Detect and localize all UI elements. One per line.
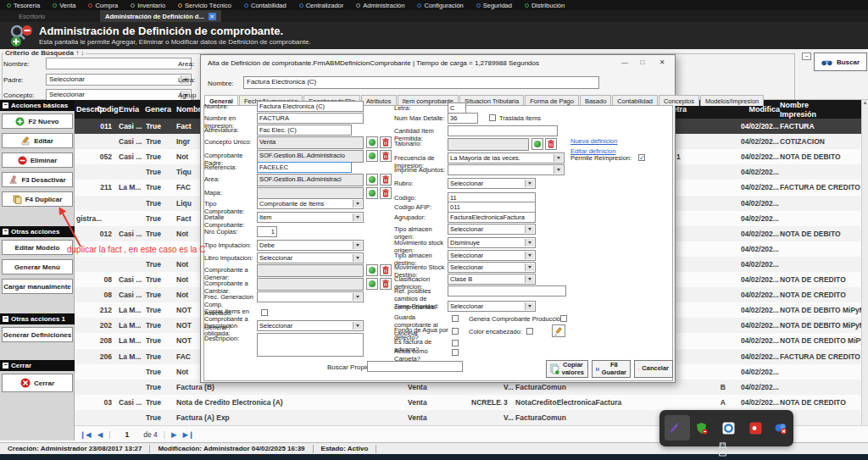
field-input-comprobante-a-cambiar[interactable]: [257, 278, 364, 291]
field-input-ref-posibles-cambios-de-comprobantes[interactable]: [448, 285, 566, 297]
field-select-clasificacion-definicion[interactable]: Clase B: [448, 274, 536, 285]
tab-escritorio[interactable]: Escritorio: [12, 10, 52, 22]
sidebar-button-generar-menu[interactable]: Generar Menú: [2, 259, 73, 274]
field-input-nro-copias[interactable]: 1: [257, 226, 277, 237]
field-select-tiene-prioridad[interactable]: Seleccionar: [448, 301, 536, 312]
menu-tesoreria[interactable]: Tesorería: [7, 2, 40, 9]
page-number[interactable]: 1: [116, 430, 137, 439]
collapse-icon[interactable]: −: [3, 103, 8, 108]
collapse-panel-button[interactable]: −: [802, 53, 811, 60]
prev-page-icon[interactable]: ◀: [97, 430, 103, 439]
close-icon[interactable]: ✕: [656, 58, 668, 68]
usb-plug-icon[interactable]: [716, 442, 729, 457]
delete-button-talonario[interactable]: [545, 138, 557, 150]
field-select-tipo-comprobante[interactable]: Comprobante de Items: [257, 198, 364, 209]
sidebar-button-generar-definiciones[interactable]: Generar Definiciones: [2, 327, 73, 342]
network-error-icon[interactable]: [773, 420, 788, 435]
field-input-area[interactable]: SOF.Gestion.BL.Administraci: [257, 174, 364, 186]
menu-configuracion[interactable]: Configuración: [417, 2, 463, 9]
field-select-movimiento-stock-destino[interactable]: Seleccionar: [448, 262, 536, 273]
maximize-icon[interactable]: □: [637, 58, 648, 68]
menu-contabilidad[interactable]: Contabilidad: [244, 2, 287, 9]
column-header-genera[interactable]: Genera: [145, 105, 171, 114]
dialog-tab-modelos-impresion[interactable]: Modelos/Impresion: [700, 95, 764, 106]
collapse-icon[interactable]: −: [3, 316, 8, 322]
color-picker-button[interactable]: [552, 324, 565, 337]
field-input-abreviatura[interactable]: Fac Elec. (C): [257, 125, 352, 136]
field-input-nombre[interactable]: Factura Electronica (C): [257, 101, 364, 112]
field-select-descripcion-obligada[interactable]: Seleccionar: [257, 320, 364, 331]
sidebar-button-cerrar[interactable]: Cerrar: [2, 374, 73, 392]
checkbox-copiar-items-en-comprobante-a-generar[interactable]: [261, 309, 268, 316]
tab-administracion-definicion[interactable]: Administración de Definición d... ✕: [100, 10, 221, 22]
feather-icon[interactable]: [666, 420, 682, 435]
add-button-concepto-unico[interactable]: [366, 136, 378, 148]
menu-servicio-tecnico[interactable]: Servicio Técnico: [178, 2, 231, 9]
field-select-frec-generacion-comp-asociado[interactable]: [257, 291, 364, 302]
tab-close-icon[interactable]: ✕: [209, 13, 216, 20]
collapse-icon[interactable]: −: [3, 229, 8, 235]
sidebar-button-editar-modelo[interactable]: Editar Modelo: [2, 240, 73, 255]
menu-seguridad[interactable]: Seguridad: [476, 2, 512, 9]
menu-distribucion[interactable]: Distribución: [525, 2, 565, 9]
column-header-modifica[interactable]: Modifica: [741, 105, 780, 114]
menu-venta[interactable]: Venta: [53, 2, 75, 9]
field-select-rubro[interactable]: Seleccionar: [448, 178, 536, 189]
search-padre-select[interactable]: Seleccionar: [46, 74, 192, 86]
copiar-valores-button[interactable]: Copiar valores: [546, 360, 588, 378]
delete-button-area[interactable]: [380, 174, 392, 186]
menu-compra[interactable]: Compra: [88, 2, 118, 9]
checkbox-es-factura-de-aduana[interactable]: [452, 340, 459, 346]
last-page-icon[interactable]: ▶❙: [182, 430, 194, 439]
add-button-comprobante-padre[interactable]: [366, 150, 378, 162]
field-select-libro-imputacion[interactable]: Seleccionar: [257, 252, 364, 263]
field-input-referencia[interactable]: FACELEC: [257, 162, 352, 173]
delete-button-comprobante-padre[interactable]: [380, 150, 392, 162]
table-scrollbar[interactable]: ▲: [861, 100, 868, 425]
sidebar-button-f2-nuevo[interactable]: F2 Nuevo: [2, 114, 73, 129]
menu-centralizador[interactable]: Centralizador: [299, 2, 344, 9]
collapse-icon[interactable]: −: [3, 363, 8, 369]
guardar-button[interactable]: F8 Guardar: [592, 360, 631, 378]
link-nueva-definicion[interactable]: Nueva definicion: [570, 137, 617, 145]
search-nombre-input[interactable]: [46, 58, 192, 69]
field-input-talonario[interactable]: [448, 138, 529, 151]
add-button-comprobante-a-generar[interactable]: [366, 264, 378, 276]
field-select-movimiento-stock-origen[interactable]: Disminuye: [448, 237, 536, 248]
checkbox-actua-como-carpeta[interactable]: [452, 349, 459, 356]
add-button-comprobante-a-cambiar[interactable]: [366, 278, 378, 290]
minimize-icon[interactable]: —: [619, 58, 631, 68]
field-select-frecuencia-de-impresion[interactable]: La Mayoria de las veces.: [448, 152, 565, 163]
sidebar-button-cargar-manualmente[interactable]: Cargar manualmente: [2, 279, 73, 294]
cancelar-button[interactable]: Cancelar: [634, 360, 673, 378]
field-select-imprime-adjuntos[interactable]: [448, 164, 565, 175]
checkbox-genera-comprobante-produccion[interactable]: [560, 315, 567, 322]
field-input-descripcion[interactable]: [257, 333, 364, 357]
field-input-concepto-unico[interactable]: Venta: [257, 136, 364, 149]
sidebar-button-f4-duplicar[interactable]: F4 Duplicar: [2, 191, 73, 207]
field-input-nombre-en-impresion[interactable]: FACTURA: [257, 113, 364, 124]
field-input-agrupador[interactable]: FacturaElectronicaFactura: [448, 212, 536, 223]
column-header-impresion[interactable]: Nombre Impresión: [780, 101, 816, 119]
field-input-cantidad-item-permitida[interactable]: [448, 125, 558, 136]
buscar-button[interactable]: Buscar: [814, 53, 867, 71]
menu-inventario[interactable]: Inventario: [131, 2, 165, 9]
column-header-envia[interactable]: Envia: [119, 105, 139, 114]
field-select-tipo-imputacion[interactable]: Debe: [257, 240, 364, 251]
field-input-comprobante-a-generar[interactable]: [257, 264, 364, 277]
checkbox-fondo-de-agua-por-defecto[interactable]: [452, 328, 459, 335]
checkbox-traslada-items[interactable]: [489, 114, 496, 121]
sidebar-button-editar[interactable]: Editar: [2, 133, 73, 148]
delete-button-comprobante-a-generar[interactable]: [380, 264, 392, 276]
field-input-comprobante-padre[interactable]: SOF.Gestion.BL.Administracio: [257, 150, 364, 163]
first-page-icon[interactable]: ❙◀: [80, 430, 92, 439]
shield-green-icon[interactable]: [693, 420, 709, 435]
delete-button-concepto-unico[interactable]: [380, 136, 392, 148]
field-input-num-max-detalle[interactable]: 36: [448, 113, 478, 124]
add-button-mapa[interactable]: [366, 187, 378, 199]
table-row[interactable]: 03Casi ...TrueNota de Credito Electronic…: [75, 395, 861, 410]
checkbox-guarda-comprobante-al-cancelar[interactable]: [452, 315, 459, 322]
buscar-propiedad-input[interactable]: [367, 361, 463, 372]
delete-button-comprobante-a-cambiar[interactable]: [380, 278, 392, 290]
next-page-icon[interactable]: ▶: [171, 430, 177, 439]
